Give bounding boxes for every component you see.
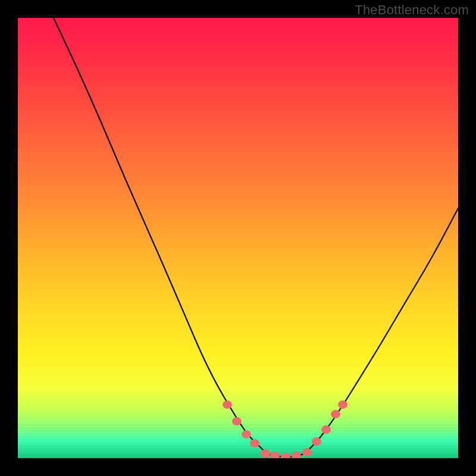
curve-left-curve [54,18,267,453]
plot-area [18,18,458,458]
marker-markers-bottom [292,452,301,458]
marker-markers-right [331,410,340,418]
marker-markers-left [232,417,242,425]
marker-markers-left [250,439,259,447]
chart-frame: TheBottleneck.com [0,0,476,476]
marker-markers-right [338,400,347,409]
series-group [54,18,458,458]
marker-markers-right [312,437,321,446]
watermark-text: TheBottleneck.com [355,2,469,18]
marker-markers-left [223,400,232,409]
marker-markers-left [242,430,251,439]
marker-markers-bottom [281,453,290,458]
curve-right-curve [305,208,458,453]
marker-markers-bottom [261,449,270,458]
chart-svg [18,18,458,458]
marker-markers-bottom [302,448,312,456]
marker-markers-right [321,425,331,434]
marker-markers-bottom [270,452,280,458]
